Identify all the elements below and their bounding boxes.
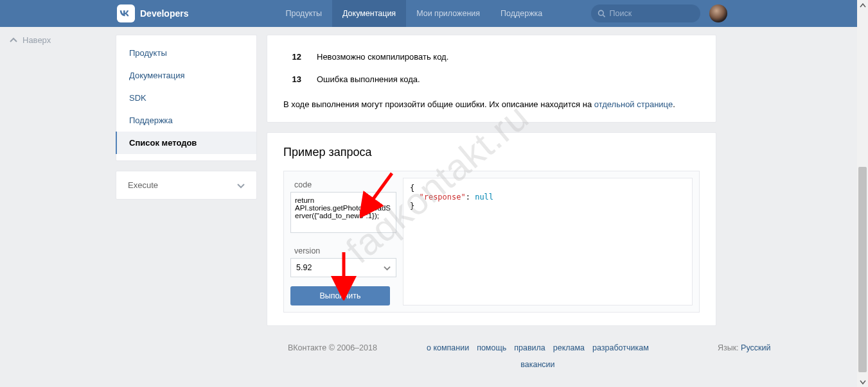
errors-info-link[interactable]: отдельной странице (594, 99, 673, 109)
sidebar-item-products[interactable]: Продукты (116, 42, 256, 64)
topbar: Developers Продукты Документация Мои при… (0, 0, 868, 27)
scroll-up-icon[interactable] (857, 0, 868, 11)
sidebar-item-support[interactable]: Поддержка (116, 109, 256, 132)
search-icon (598, 9, 605, 18)
code-block: code (290, 178, 396, 235)
svg-line-2 (603, 15, 605, 17)
error-code: 12 (283, 52, 301, 62)
example-title: Пример запроса (283, 146, 700, 159)
chevron-up-icon (10, 37, 17, 44)
scroll-thumb[interactable] (858, 167, 867, 372)
chevron-down-icon (237, 182, 245, 189)
response-box: { "response": null } (403, 178, 693, 305)
code-label: code (290, 178, 396, 192)
footer-link-devs[interactable]: разработчикам (592, 343, 649, 352)
footer-link-about[interactable]: о компании (427, 343, 469, 352)
search-wrap[interactable] (591, 4, 700, 22)
footer-link-ads[interactable]: реклама (553, 343, 585, 352)
example-body: code version 5.92 Выполнить { "response"… (283, 171, 700, 313)
nav-products[interactable]: Продукты (275, 0, 332, 27)
version-block: version 5.92 (290, 244, 396, 277)
lang-label: Язык: (718, 343, 739, 352)
avatar[interactable] (709, 4, 727, 22)
sidebar-item-methods[interactable]: Список методов (116, 132, 256, 154)
sidebar-item-documentation[interactable]: Документация (116, 64, 256, 87)
main-column: 12 Невозможно скомпилировать код. 13 Оши… (267, 35, 716, 336)
footer-link-jobs[interactable]: вакансии (520, 360, 554, 369)
response-value: null (475, 193, 493, 202)
example-card: Пример запроса code version 5.92 Выпол (267, 132, 716, 326)
version-select[interactable]: 5.92 (290, 258, 396, 277)
nav-my-apps[interactable]: Мои приложения (406, 0, 490, 27)
footer: ВКонтакте © 2006–2018 о компании помощь … (0, 336, 868, 369)
top-nav: Продукты Документация Мои приложения Под… (275, 0, 553, 27)
errors-info-prefix: В ходе выполнения могут произойти общие … (283, 99, 594, 109)
search-input[interactable] (610, 9, 695, 18)
page-scrollbar[interactable] (857, 0, 868, 387)
scroll-down-icon[interactable] (857, 376, 868, 387)
error-code: 13 (283, 74, 301, 84)
nav-support[interactable]: Поддержка (490, 0, 553, 27)
errors-info: В ходе выполнения могут произойти общие … (283, 93, 700, 109)
version-label: version (290, 244, 396, 258)
errors-info-suffix: . (673, 99, 675, 109)
chevron-down-icon (384, 264, 391, 271)
sidebar: Продукты Документация SDK Поддержка Спис… (116, 35, 257, 161)
code-input[interactable] (290, 192, 396, 233)
back-to-top-label: Наверх (22, 35, 51, 45)
brand-text: Developers (140, 8, 188, 19)
language-picker[interactable]: Язык: Русский (718, 343, 771, 369)
sidebar-item-sdk[interactable]: SDK (116, 87, 256, 109)
example-params: code version 5.92 Выполнить (290, 178, 396, 305)
execute-dropdown[interactable]: Execute (116, 171, 257, 200)
response-key: "response" (419, 193, 465, 202)
footer-links: о компании помощь правила реклама разраб… (409, 343, 666, 369)
run-button[interactable]: Выполнить (290, 286, 390, 305)
lang-value[interactable]: Русский (741, 343, 770, 352)
footer-link-rules[interactable]: правила (514, 343, 545, 352)
footer-link-help[interactable]: помощь (477, 343, 506, 352)
error-text: Ошибка выполнения кода. (317, 74, 420, 84)
svg-point-1 (599, 10, 604, 15)
error-text: Невозможно скомпилировать код. (317, 52, 448, 62)
errors-card: 12 Невозможно скомпилировать код. 13 Оши… (267, 35, 716, 123)
error-row: 13 Ошибка выполнения кода. (283, 71, 700, 93)
left-column: Продукты Документация SDK Поддержка Спис… (116, 35, 257, 336)
copyright: ВКонтакте © 2006–2018 (288, 343, 377, 369)
version-value: 5.92 (296, 263, 312, 272)
error-row: 12 Невозможно скомпилировать код. (283, 48, 700, 71)
back-to-top[interactable]: Наверх (10, 35, 51, 45)
execute-label: Execute (128, 180, 158, 190)
vk-logo[interactable]: Developers (117, 4, 188, 22)
vk-logo-icon (117, 4, 135, 22)
nav-documentation[interactable]: Документация (332, 0, 406, 27)
container: Продукты Документация SDK Поддержка Спис… (0, 27, 868, 336)
